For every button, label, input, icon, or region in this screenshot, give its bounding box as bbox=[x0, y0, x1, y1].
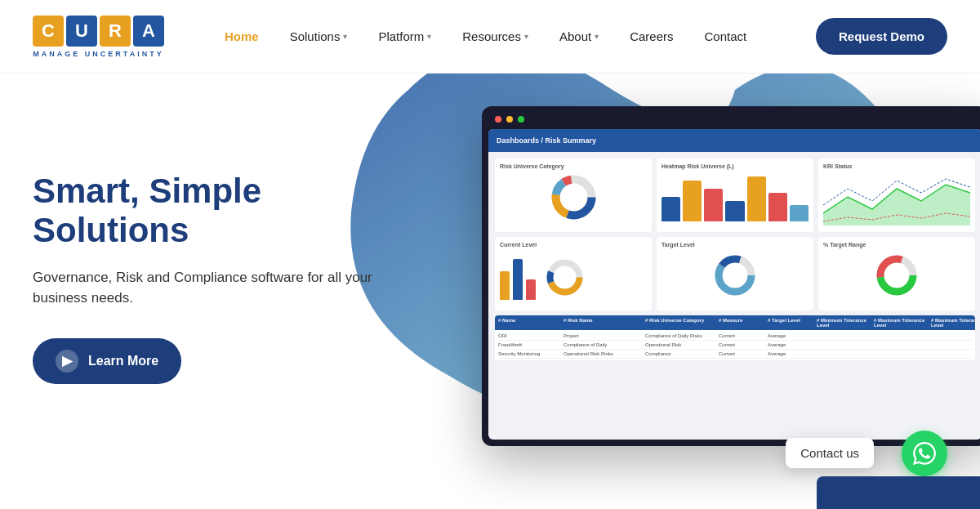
table-body: ORI Project Compliance of Daily Risks Cu… bbox=[495, 330, 975, 360]
chart-title-4: Current Level bbox=[500, 242, 647, 248]
col-category: # Risk Universe Category bbox=[645, 318, 719, 328]
contact-popup: Contact us bbox=[786, 438, 874, 468]
table-row: ORI Project Compliance of Daily Risks Cu… bbox=[498, 332, 972, 341]
data-table: # Name # Risk Name # Risk Universe Categ… bbox=[495, 315, 975, 360]
logo-tile-r: R bbox=[100, 16, 131, 47]
chart-heatmap: Heatmap Risk Universe (L) bbox=[657, 159, 813, 232]
bar-chart-1 bbox=[662, 172, 808, 221]
line-chart-1 bbox=[823, 172, 970, 221]
logo-tile-a: A bbox=[133, 16, 164, 47]
header: C U R A MANAGE UNCERTAINTY Home Solution… bbox=[0, 0, 980, 74]
hero-text-block: Smart, Simple Solutions Governance, Risk… bbox=[0, 172, 392, 384]
main-nav: Home Solutions ▾ Platform ▾ Resources ▾ … bbox=[213, 23, 816, 50]
col-target: # Target Level bbox=[768, 318, 817, 328]
learn-more-button[interactable]: ▶ Learn More bbox=[33, 338, 181, 384]
nav-solutions[interactable]: Solutions ▾ bbox=[278, 23, 359, 50]
chart-target-level: Target Level bbox=[657, 237, 813, 310]
titlebar bbox=[488, 113, 980, 129]
chart-title-5: Target Level bbox=[662, 242, 808, 248]
dashboard-content: Risk Universe Category bbox=[488, 152, 980, 367]
chart-current-level: Current Level bbox=[495, 237, 652, 310]
donut-chart-2 bbox=[662, 251, 808, 300]
logo[interactable]: C U R A MANAGE UNCERTAINTY bbox=[33, 16, 164, 58]
chart-risk-universe: Risk Universe Category bbox=[495, 159, 652, 232]
hero-title: Smart, Simple Solutions bbox=[33, 172, 392, 251]
chart-row-2: Current Level bbox=[495, 237, 975, 310]
table-header: # Name # Risk Name # Risk Universe Categ… bbox=[495, 315, 975, 330]
nav-platform[interactable]: Platform ▾ bbox=[367, 23, 443, 50]
donut-chart-3 bbox=[823, 251, 970, 300]
chevron-down-icon: ▾ bbox=[343, 32, 347, 41]
hero-section: Smart, Simple Solutions Governance, Risk… bbox=[0, 74, 980, 509]
col-max: # Maximum Tolerance Level bbox=[874, 318, 931, 328]
contact-label: Contact us bbox=[800, 446, 859, 460]
chevron-down-icon: ▾ bbox=[427, 32, 431, 41]
hero-subtitle: Governance, Risk and Compliance software… bbox=[33, 267, 392, 309]
chart-title-6: % Target Range bbox=[823, 242, 970, 248]
logo-tile-c: C bbox=[33, 16, 64, 47]
col-min: # Minimum Tolerance Level bbox=[817, 318, 874, 328]
col-current: # Maximum Tolerance Level bbox=[931, 318, 975, 328]
dashboard-screen: Dashboards / Risk Summary Risk Universe … bbox=[488, 129, 980, 440]
nav-careers[interactable]: Careers bbox=[618, 23, 684, 50]
chart-title-1: Risk Universe Category bbox=[500, 163, 647, 169]
contact-bar bbox=[817, 476, 980, 509]
col-name: # Name bbox=[498, 318, 564, 328]
dashboard-title: Dashboards / Risk Summary bbox=[497, 136, 596, 145]
request-demo-button[interactable]: Request Demo bbox=[816, 18, 947, 55]
dot-green bbox=[518, 116, 524, 123]
nav-home[interactable]: Home bbox=[213, 23, 270, 50]
table-row: Fraud/theft Compliance of Daily Operatio… bbox=[498, 341, 972, 350]
chart-row-1: Risk Universe Category bbox=[495, 159, 975, 232]
laptop-frame: Dashboards / Risk Summary Risk Universe … bbox=[482, 106, 980, 446]
dashboard-mockup: Dashboards / Risk Summary Risk Universe … bbox=[482, 106, 980, 446]
logo-tile-u: U bbox=[66, 16, 97, 47]
dashboard-topbar: Dashboards / Risk Summary bbox=[488, 129, 980, 152]
whatsapp-button[interactable] bbox=[902, 431, 947, 476]
chart-target-range: % Target Range bbox=[818, 237, 975, 310]
dot-red bbox=[495, 116, 501, 123]
arrow-right-icon: ▶ bbox=[56, 350, 78, 373]
col-risk-name: # Risk Name bbox=[564, 318, 645, 328]
col-measure: # Measure bbox=[719, 318, 768, 328]
table-row: Security Monitoring Operational Risk Ris… bbox=[498, 350, 972, 359]
logo-tagline: MANAGE UNCERTAINTY bbox=[33, 50, 163, 58]
chart-title-2: Heatmap Risk Universe (L) bbox=[662, 163, 808, 169]
chevron-down-icon: ▾ bbox=[524, 32, 528, 41]
nav-about[interactable]: About ▾ bbox=[548, 23, 610, 50]
donut-chart-1 bbox=[500, 172, 647, 221]
chart-kri: KRI Status bbox=[818, 159, 975, 232]
chevron-down-icon: ▾ bbox=[595, 32, 599, 41]
dot-yellow bbox=[506, 116, 513, 123]
chart-title-3: KRI Status bbox=[823, 163, 970, 169]
nav-resources[interactable]: Resources ▾ bbox=[451, 23, 540, 50]
nav-contact[interactable]: Contact bbox=[693, 23, 759, 50]
